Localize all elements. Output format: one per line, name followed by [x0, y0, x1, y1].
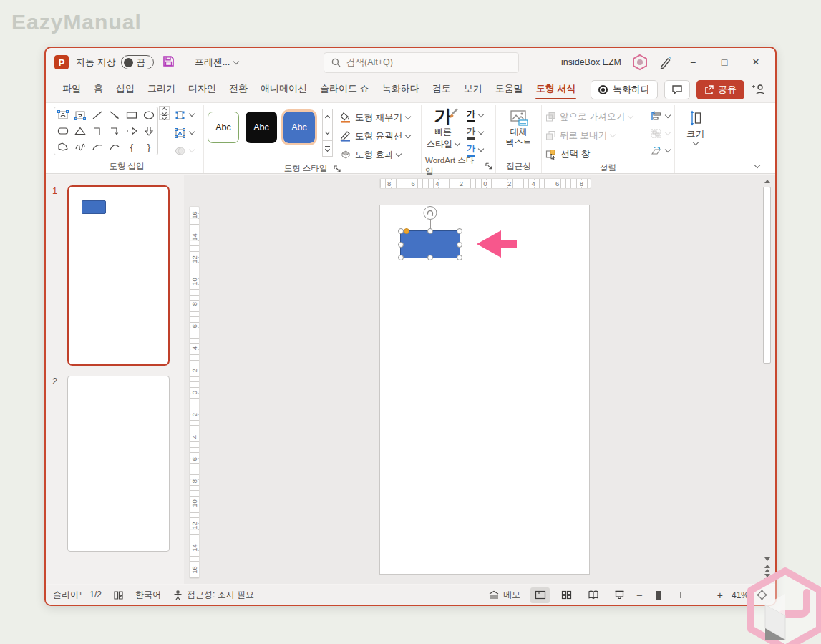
resize-handle-bottom-right[interactable]: [457, 255, 462, 260]
spellcheck-button[interactable]: [113, 590, 124, 600]
document-title[interactable]: 프레젠...: [195, 56, 239, 69]
text-fill-button[interactable]: 가: [467, 108, 483, 123]
account-avatar-icon[interactable]: [631, 54, 648, 71]
slide-indicator[interactable]: 슬라이드 1/2: [53, 589, 102, 601]
autosave-toggle[interactable]: 끔: [121, 55, 154, 69]
scrollbar-thumb[interactable]: [763, 187, 771, 364]
left-brace-icon[interactable]: {: [123, 139, 140, 155]
style-scroll-up[interactable]: [322, 109, 333, 125]
line-arrow-icon[interactable]: [106, 107, 123, 123]
rectangle-icon[interactable]: [123, 107, 140, 123]
right-brace-icon[interactable]: }: [140, 139, 157, 155]
size-button[interactable]: 크기: [679, 107, 712, 145]
ribbon-tab[interactable]: 슬라이드 쇼: [314, 77, 376, 102]
horizontal-ruler[interactable]: 864202468: [379, 178, 591, 189]
selection-pane-button[interactable]: 선택 창: [545, 145, 647, 162]
edit-shape-button[interactable]: [174, 107, 200, 122]
language-button[interactable]: 한국어: [135, 589, 161, 601]
collapse-ribbon-chevron-icon[interactable]: [754, 162, 760, 168]
ribbon-tab[interactable]: 홈: [87, 77, 110, 102]
zoom-slider[interactable]: [647, 590, 713, 600]
rotate-button[interactable]: [650, 143, 670, 158]
ribbon-tab[interactable]: 삽입: [110, 77, 141, 102]
resize-handle-middle-left[interactable]: [398, 242, 404, 248]
search-input[interactable]: 검색(Alt+Q): [324, 52, 519, 73]
resize-handle-top-center[interactable]: [427, 228, 433, 234]
shape-effects-button[interactable]: 도형 효과: [340, 146, 410, 163]
style-scroll-down[interactable]: [322, 125, 333, 141]
vertical-ruler[interactable]: 1614121086420246810121416: [189, 206, 200, 579]
rotate-handle[interactable]: [424, 206, 437, 220]
zoom-in-button[interactable]: +: [717, 592, 723, 599]
arc-icon[interactable]: [89, 139, 106, 155]
close-button[interactable]: ×: [745, 55, 767, 69]
minimize-button[interactable]: −: [682, 57, 704, 68]
resize-handle-bottom-left[interactable]: [398, 255, 404, 260]
zoom-slider-thumb[interactable]: [656, 591, 661, 600]
account-name[interactable]: insideBox EZM: [561, 57, 621, 67]
draw-text-box-button[interactable]: [174, 125, 200, 140]
share-button[interactable]: 공유: [696, 80, 744, 99]
shape-style-swatch-green-outline[interactable]: Abc: [208, 112, 239, 143]
rounded-rectangle-icon[interactable]: [54, 123, 72, 139]
quick-styles-button[interactable]: 가 빠른 스타일: [425, 107, 461, 150]
record-button[interactable]: 녹화하다: [591, 80, 658, 99]
accessibility-checker[interactable]: 접근성: 조사 필요: [173, 589, 254, 601]
gallery-more-button[interactable]: [159, 114, 170, 120]
autosave-control[interactable]: 자동 저장 끔: [76, 55, 154, 69]
present-to-person-icon[interactable]: [751, 83, 765, 96]
slide-sorter-view-button[interactable]: [557, 587, 576, 603]
scroll-up-button[interactable]: [762, 176, 772, 186]
ribbon-tab[interactable]: 검토: [426, 77, 457, 102]
powerpoint-app-icon[interactable]: P: [54, 55, 69, 69]
group-objects-button[interactable]: [650, 126, 670, 141]
shape-style-swatch-black[interactable]: Abc: [246, 112, 277, 143]
vertical-text-box-icon[interactable]: [72, 107, 89, 123]
style-more-button[interactable]: [322, 140, 333, 157]
reading-view-button[interactable]: [583, 587, 603, 603]
ribbon-tab[interactable]: 애니메이션: [254, 77, 314, 102]
ribbon-tab[interactable]: 녹화하다: [376, 77, 426, 102]
elbow-arrow-connector-icon[interactable]: [106, 123, 123, 139]
alt-text-button[interactable]: 대체 텍스트: [502, 107, 536, 148]
block-arrow-right-icon[interactable]: [123, 123, 140, 139]
text-box-icon[interactable]: [54, 107, 72, 123]
vertical-scrollbar[interactable]: [762, 176, 772, 582]
ribbon-tab[interactable]: 그리기: [141, 77, 182, 102]
line-icon[interactable]: [89, 107, 106, 123]
ribbon-tab[interactable]: 파일: [56, 77, 87, 102]
zoom-out-button[interactable]: −: [636, 592, 643, 599]
slideshow-view-button[interactable]: [610, 587, 629, 603]
ribbon-tab[interactable]: 전환: [223, 77, 254, 102]
merge-shapes-button[interactable]: [174, 143, 200, 158]
text-outline-button[interactable]: 가: [467, 125, 483, 140]
slide-1-thumbnail[interactable]: [67, 185, 170, 366]
shape-style-swatch-blue-selected[interactable]: Abc: [283, 112, 315, 143]
triangle-icon[interactable]: [72, 123, 89, 139]
ribbon-tab[interactable]: 도움말: [489, 77, 530, 102]
freeform-icon[interactable]: [54, 139, 72, 155]
ribbon-tab[interactable]: 디자인: [182, 77, 223, 102]
bring-forward-button[interactable]: 앞으로 가져오기: [545, 108, 647, 125]
resize-handle-bottom-center[interactable]: [427, 255, 433, 260]
selected-rectangle-shape[interactable]: [400, 230, 460, 258]
resize-handle-middle-right[interactable]: [457, 242, 462, 248]
scribble-icon[interactable]: [72, 139, 89, 155]
maximize-button[interactable]: □: [714, 57, 735, 68]
slide-2-thumbnail[interactable]: [67, 376, 170, 552]
send-backward-button[interactable]: 뒤로 보내기: [545, 127, 647, 144]
align-button[interactable]: [650, 109, 670, 124]
resize-handle-top-left[interactable]: [398, 228, 404, 234]
shape-outline-button[interactable]: 도형 윤곽선: [340, 127, 410, 145]
curve-icon[interactable]: [106, 139, 123, 155]
save-icon[interactable]: [162, 55, 175, 69]
notes-button[interactable]: 메모: [488, 589, 520, 601]
elbow-connector-icon[interactable]: [89, 123, 106, 139]
resize-handle-top-right[interactable]: [457, 228, 462, 234]
draw-pen-icon[interactable]: [659, 56, 672, 69]
ribbon-tab[interactable]: 도형 서식: [530, 77, 583, 102]
wordart-dialog-launcher-icon[interactable]: [485, 162, 492, 170]
scroll-down-button[interactable]: [762, 554, 772, 564]
shape-fill-button[interactable]: 도형 채우기: [340, 109, 410, 126]
slide-editing-surface[interactable]: [379, 205, 590, 575]
